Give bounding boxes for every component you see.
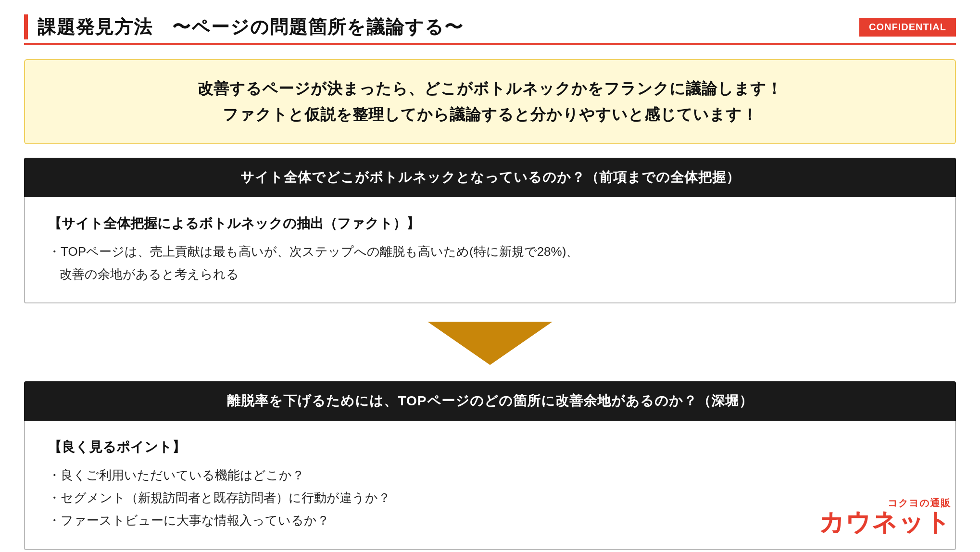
section2-wrapper: 離脱率を下げるためには、TOPページのどの箇所に改善余地があるのか？（深堀） 【… xyxy=(24,381,956,550)
intro-text: 改善するページが決まったら、どこがボトルネックかをフランクに議論します！ ファク… xyxy=(54,75,926,128)
footer-brand: コクヨの通販 カウネット xyxy=(819,497,951,535)
section2-content-title: 【良く見るポイント】 xyxy=(48,438,932,456)
section2-bullet1: ・良くご利用いただいている機能はどこか？ xyxy=(48,468,304,482)
section2-content-box: 【良く見るポイント】 ・良くご利用いただいている機能はどこか？ ・セグメント（新… xyxy=(24,421,956,550)
section1-wrapper: サイト全体でどこがボトルネックとなっているのか？（前項までの全体把握） 【サイト… xyxy=(24,158,956,304)
main-content: 改善するページが決まったら、どこがボトルネックかをフランクに議論します！ ファク… xyxy=(24,59,956,550)
intro-line1: 改善するページが決まったら、どこがボトルネックかをフランクに議論します！ xyxy=(198,80,782,97)
arrow-connector xyxy=(24,317,956,368)
header: 課題発見方法 〜ページの問題箇所を議論する〜 CONFIDENTIAL xyxy=(24,14,956,45)
section1-header: サイト全体でどこがボトルネックとなっているのか？（前項までの全体把握） xyxy=(24,158,956,197)
section1-content-title: 【サイト全体把握によるボトルネックの抽出（ファクト）】 xyxy=(48,214,932,233)
intro-box: 改善するページが決まったら、どこがボトルネックかをフランクに議論します！ ファク… xyxy=(24,59,956,144)
intro-line2: ファクトと仮説を整理してから議論すると分かりやすいと感じています！ xyxy=(223,106,758,123)
section1-content-text: ・TOPページは、売上貢献は最も高いが、次ステップへの離脱も高いため(特に新規で… xyxy=(48,240,932,286)
arrow-down-icon xyxy=(427,322,553,365)
section2-header: 離脱率を下げるためには、TOPページのどの箇所に改善余地があるのか？（深堀） xyxy=(24,381,956,421)
footer-kokuyo-label: コクヨの通販 xyxy=(819,497,951,510)
section2-bullet2: ・セグメント（新規訪問者と既存訪問者）に行動が違うか？ xyxy=(48,490,390,505)
section1-indent: 改善の余地があると考えられる xyxy=(48,263,932,286)
page-container: 課題発見方法 〜ページの問題箇所を議論する〜 CONFIDENTIAL 改善する… xyxy=(0,0,980,552)
section1-content-box: 【サイト全体把握によるボトルネックの抽出（ファクト）】 ・TOPページは、売上貢… xyxy=(24,197,956,304)
page-title: 課題発見方法 〜ページの問題箇所を議論する〜 xyxy=(38,15,464,39)
section1-bullet: ・TOPページは、売上貢献は最も高いが、次ステップへの離脱も高いため(特に新規で… xyxy=(48,244,578,259)
confidential-badge: CONFIDENTIAL xyxy=(859,18,956,37)
header-left: 課題発見方法 〜ページの問題箇所を議論する〜 xyxy=(24,14,464,39)
footer-kaunet-label: カウネット xyxy=(819,510,951,535)
section2-bullet3: ・ファーストビューに大事な情報入っているか？ xyxy=(48,513,329,527)
section2-content-text: ・良くご利用いただいている機能はどこか？ ・セグメント（新規訪問者と既存訪問者）… xyxy=(48,464,932,531)
header-accent-bar xyxy=(24,14,28,39)
